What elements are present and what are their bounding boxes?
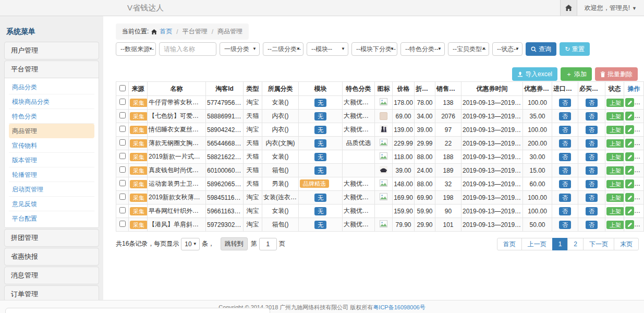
- status-select[interactable]: --状态--▼: [492, 42, 523, 56]
- status-button[interactable]: 上架: [606, 126, 624, 134]
- sidebar-item-消息管理[interactable]: 消息管理: [5, 267, 99, 284]
- edit-button[interactable]: [625, 179, 634, 188]
- user-menu[interactable]: 欢迎您，管理员!▼: [577, 4, 644, 13]
- must-buy-toggle[interactable]: 否: [586, 194, 598, 202]
- must-buy-toggle[interactable]: 否: [586, 99, 598, 107]
- row-checkbox[interactable]: [119, 112, 126, 118]
- import-select-toggle[interactable]: 否: [559, 194, 571, 202]
- edit-button[interactable]: [625, 207, 634, 215]
- import-select-toggle[interactable]: 否: [559, 207, 571, 215]
- edit-button[interactable]: [625, 166, 634, 175]
- import-select-toggle[interactable]: 否: [559, 139, 571, 148]
- edit-button[interactable]: [625, 220, 634, 229]
- sidebar-subitem-轮播管理[interactable]: 轮播管理: [9, 167, 94, 182]
- status-button[interactable]: 上架: [606, 166, 624, 175]
- edit-button[interactable]: [625, 139, 634, 148]
- sidebar-item-平台管理[interactable]: 平台管理: [5, 61, 99, 78]
- status-button[interactable]: 上架: [606, 139, 624, 148]
- import-select-toggle[interactable]: 否: [559, 126, 571, 134]
- sidebar-subitem-启动页管理[interactable]: 启动页管理: [9, 182, 94, 197]
- module-subcategory-select[interactable]: --模块下分类--▼: [351, 42, 397, 56]
- coupon-amount: 15.00: [523, 164, 552, 177]
- import-select-toggle[interactable]: 否: [559, 112, 571, 121]
- product-category: 箱包(): [262, 218, 299, 232]
- edit-button[interactable]: [625, 193, 634, 202]
- sidebar-subitem-商品分类[interactable]: 商品分类: [9, 80, 94, 94]
- sidebar-subitem-商品管理[interactable]: 商品管理: [9, 124, 94, 138]
- row-checkbox[interactable]: [119, 139, 126, 146]
- level1-category-select[interactable]: 一级分类▼: [220, 42, 260, 56]
- reset-button[interactable]: ↻ 重置: [560, 42, 590, 56]
- icp-link[interactable]: 粤ICP备16098006号: [373, 304, 425, 310]
- select-all-header[interactable]: [116, 82, 129, 96]
- feature-category-select[interactable]: --特色分类--▼: [400, 42, 445, 56]
- import-select-toggle[interactable]: 否: [559, 180, 571, 188]
- jump-button[interactable]: 跳转到: [221, 237, 248, 250]
- page-button-2[interactable]: 2: [567, 238, 584, 250]
- import-select-toggle[interactable]: 否: [559, 221, 571, 229]
- must-buy-toggle[interactable]: 否: [586, 112, 598, 121]
- page-button-上一页[interactable]: 上一页: [521, 238, 553, 250]
- status-button[interactable]: 上架: [606, 153, 624, 161]
- must-buy-toggle[interactable]: 否: [586, 221, 598, 229]
- sidebar-item-用户管理[interactable]: 用户管理: [5, 42, 99, 59]
- sidebar-subitem-平台配置[interactable]: 平台配置: [9, 211, 94, 226]
- import-select-toggle[interactable]: 否: [559, 99, 571, 107]
- jump-page-input[interactable]: [259, 238, 277, 250]
- sidebar-item-拼团管理[interactable]: 拼团管理: [5, 230, 99, 246]
- page-button-末页[interactable]: 末页: [614, 238, 639, 250]
- data-source-select[interactable]: --数据来源--▼: [116, 42, 156, 56]
- batch-delete-button[interactable]: 批量删除: [595, 67, 638, 81]
- sidebar-item-省惠快报[interactable]: 省惠快报: [5, 248, 99, 265]
- edit-button[interactable]: [625, 112, 634, 121]
- status-button[interactable]: 上架: [606, 180, 624, 188]
- column-header-来源: 来源: [129, 82, 148, 96]
- status-button[interactable]: 上架: [606, 194, 624, 202]
- chevron-down-icon: ▼: [296, 43, 300, 55]
- module-select[interactable]: --模块--▼: [307, 42, 348, 56]
- page-button-首页[interactable]: 首页: [497, 238, 522, 250]
- edit-button[interactable]: [625, 152, 634, 161]
- home-button[interactable]: [560, 0, 577, 16]
- row-checkbox[interactable]: [119, 126, 126, 132]
- select-all-checkbox[interactable]: [119, 85, 126, 91]
- row-checkbox[interactable]: [119, 221, 126, 227]
- status-button[interactable]: 上架: [606, 221, 624, 229]
- must-buy-toggle[interactable]: 否: [586, 207, 598, 215]
- breadcrumb-home-link[interactable]: 首页: [160, 27, 172, 36]
- item-type-select[interactable]: --宝贝类型--▼: [448, 42, 489, 56]
- sidebar-subitem-宣传物料[interactable]: 宣传物料: [9, 138, 94, 153]
- import-excel-button[interactable]: 导入excel: [512, 67, 557, 81]
- per-page-select[interactable]: 10▼: [181, 238, 199, 250]
- edit-icon: [627, 114, 633, 119]
- must-buy-toggle[interactable]: 否: [586, 126, 598, 134]
- edit-button[interactable]: [625, 125, 634, 134]
- sidebar-subitem-版本管理[interactable]: 版本管理: [9, 153, 94, 167]
- status-button[interactable]: 上架: [606, 112, 624, 121]
- must-buy-toggle[interactable]: 否: [586, 153, 598, 161]
- status-button[interactable]: 上架: [606, 207, 624, 215]
- row-checkbox[interactable]: [119, 207, 126, 213]
- sidebar-subitem-意见反馈[interactable]: 意见反馈: [9, 197, 94, 211]
- row-checkbox[interactable]: [119, 166, 126, 173]
- search-button[interactable]: 查询: [526, 42, 556, 56]
- import-select-toggle[interactable]: 否: [559, 153, 571, 161]
- taoke-id: 589042420344: [206, 123, 244, 137]
- sidebar-subitem-模块商品分类[interactable]: 模块商品分类: [9, 94, 94, 109]
- row-checkbox[interactable]: [119, 153, 126, 159]
- edit-button[interactable]: [625, 98, 634, 107]
- must-buy-toggle[interactable]: 否: [586, 139, 598, 148]
- status-button[interactable]: 上架: [606, 99, 624, 107]
- must-buy-toggle[interactable]: 否: [586, 180, 598, 188]
- row-checkbox[interactable]: [119, 180, 126, 186]
- name-input[interactable]: [159, 42, 216, 56]
- row-checkbox[interactable]: [119, 99, 126, 105]
- sidebar-subitem-特色分类[interactable]: 特色分类: [9, 109, 94, 124]
- level2-category-select[interactable]: --二级分类--▼: [263, 42, 303, 56]
- page-button-下一页[interactable]: 下一页: [583, 238, 614, 250]
- import-select-toggle[interactable]: 否: [559, 166, 571, 175]
- page-button-1[interactable]: 1: [552, 238, 568, 250]
- row-checkbox[interactable]: [119, 194, 126, 200]
- add-button[interactable]: ＋ 添加: [561, 67, 592, 81]
- must-buy-toggle[interactable]: 否: [586, 166, 598, 175]
